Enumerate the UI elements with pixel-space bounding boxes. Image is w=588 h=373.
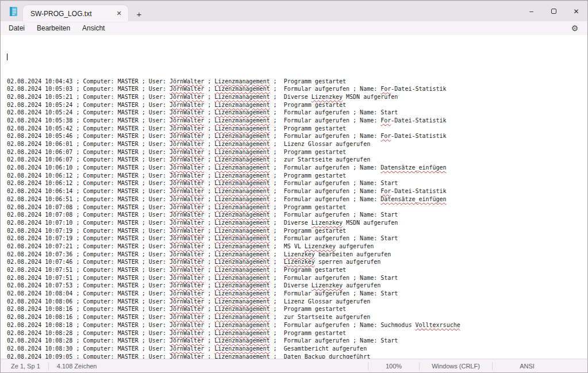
log-line: 02.08.2024 10:05:24 ; Computer: MASTER ;…: [7, 101, 585, 109]
log-line: 02.08.2024 10:07:10 ; Computer: MASTER ;…: [7, 219, 585, 227]
close-button[interactable]: ✕: [565, 1, 587, 21]
log-line: 02.08.2024 10:05:03 ; Computer: MASTER ;…: [7, 85, 585, 93]
menu-ansicht[interactable]: Ansicht: [77, 22, 110, 34]
log-line: 02.08.2024 10:08:04 ; Computer: MASTER ;…: [7, 290, 585, 298]
log-line: 02.08.2024 10:05:21 ; Computer: MASTER ;…: [7, 93, 585, 101]
maximize-button[interactable]: [543, 1, 565, 21]
log-line: 02.08.2024 10:06:12 ; Computer: MASTER ;…: [7, 172, 585, 180]
log-line: 02.08.2024 10:06:07 ; Computer: MASTER ;…: [7, 156, 585, 164]
notepad-app-icon: [8, 6, 18, 17]
settings-button[interactable]: ⚙: [567, 22, 583, 34]
new-tab-button[interactable]: +: [132, 6, 147, 21]
log-line: 02.08.2024 10:05:42 ; Computer: MASTER ;…: [7, 125, 585, 133]
log-line: 02.08.2024 10:08:30 ; Computer: MASTER ;…: [7, 345, 585, 353]
log-line: 02.08.2024 10:07:46 ; Computer: MASTER ;…: [7, 258, 585, 266]
log-line: 02.08.2024 10:06:07 ; Computer: MASTER ;…: [7, 148, 585, 156]
status-bar: Ze 1, Sp 1 4.108 Zeichen 100% Windows (C…: [1, 359, 587, 372]
plus-icon: +: [137, 9, 142, 19]
log-line: 02.08.2024 10:07:19 ; Computer: MASTER ;…: [7, 234, 585, 243]
line-ending-status: Windows (CRLF): [420, 363, 492, 370]
empty-first-line: [7, 53, 585, 61]
log-line: 02.08.2024 10:08:06 ; Computer: MASTER ;…: [7, 298, 585, 306]
text-area[interactable]: 02.08.2024 10:04:43 ; Computer: MASTER ;…: [1, 35, 587, 360]
char-count-status: 4.108 Zeichen: [49, 363, 105, 370]
log-line: 02.08.2024 10:06:01 ; Computer: MASTER ;…: [7, 140, 585, 148]
log-line: 02.08.2024 10:07:51 ; Computer: MASTER ;…: [7, 266, 585, 274]
log-line: 02.08.2024 10:06:14 ; Computer: MASTER ;…: [7, 187, 585, 195]
minimize-button[interactable]: –: [520, 1, 543, 21]
log-line: 02.08.2024 10:07:08 ; Computer: MASTER ;…: [7, 203, 585, 212]
log-line: 02.08.2024 10:04:43 ; Computer: MASTER ;…: [7, 78, 585, 86]
log-line: 02.08.2024 10:08:18 ; Computer: MASTER ;…: [7, 321, 585, 329]
log-line: 02.08.2024 10:07:08 ; Computer: MASTER ;…: [7, 211, 585, 219]
menu-datei[interactable]: Datei: [3, 22, 30, 34]
maximize-icon: [551, 9, 556, 14]
window-controls: – ✕: [520, 1, 587, 21]
log-line: 02.08.2024 10:07:21 ; Computer: MASTER ;…: [7, 243, 585, 251]
zoom-level-status: 100%: [368, 363, 419, 370]
log-line: 02.08.2024 10:07:36 ; Computer: MASTER ;…: [7, 251, 585, 259]
editor-lines: 02.08.2024 10:04:43 ; Computer: MASTER ;…: [7, 78, 585, 360]
cursor-position-status: Ze 1, Sp 1: [1, 363, 48, 370]
menu-bar: Datei Bearbeiten Ansicht ⚙: [1, 21, 587, 35]
log-line: 02.08.2024 10:05:38 ; Computer: MASTER ;…: [7, 117, 585, 125]
log-line: 02.08.2024 10:08:28 ; Computer: MASTER ;…: [7, 337, 585, 345]
log-line: 02.08.2024 10:08:16 ; Computer: MASTER ;…: [7, 313, 585, 321]
log-line: 02.08.2024 10:07:51 ; Computer: MASTER ;…: [7, 274, 585, 282]
log-line: 02.08.2024 10:05:46 ; Computer: MASTER ;…: [7, 132, 585, 140]
log-line: 02.08.2024 10:07:19 ; Computer: MASTER ;…: [7, 227, 585, 235]
notepad-window: { "window": { "tab_title": "SW-PROG_LOG.…: [0, 0, 588, 373]
log-line: 02.08.2024 10:05:24 ; Computer: MASTER ;…: [7, 109, 585, 117]
minimize-icon: –: [529, 7, 533, 16]
tab-sw-prog-log[interactable]: SW-PROG_LOG.txt ✕: [23, 5, 128, 22]
tab-title: SW-PROG_LOG.txt: [30, 10, 113, 18]
close-icon: ✕: [573, 7, 579, 16]
titlebar-drag-region: [147, 1, 520, 21]
log-line: 02.08.2024 10:07:53 ; Computer: MASTER ;…: [7, 282, 585, 290]
menu-bearbeiten[interactable]: Bearbeiten: [32, 22, 75, 34]
log-line: 02.08.2024 10:06:12 ; Computer: MASTER ;…: [7, 179, 585, 187]
gear-icon: ⚙: [571, 24, 579, 33]
log-line: 02.08.2024 10:06:51 ; Computer: MASTER ;…: [7, 195, 585, 203]
title-bar: SW-PROG_LOG.txt ✕ + – ✕: [1, 1, 587, 21]
log-line: 02.08.2024 10:08:16 ; Computer: MASTER ;…: [7, 305, 585, 313]
encoding-status: ANSI: [493, 363, 562, 370]
log-line: 02.08.2024 10:08:28 ; Computer: MASTER ;…: [7, 329, 585, 337]
tab-close-icon[interactable]: ✕: [113, 8, 125, 20]
log-line: 02.08.2024 10:06:10 ; Computer: MASTER ;…: [7, 164, 585, 172]
text-caret: [7, 53, 7, 60]
